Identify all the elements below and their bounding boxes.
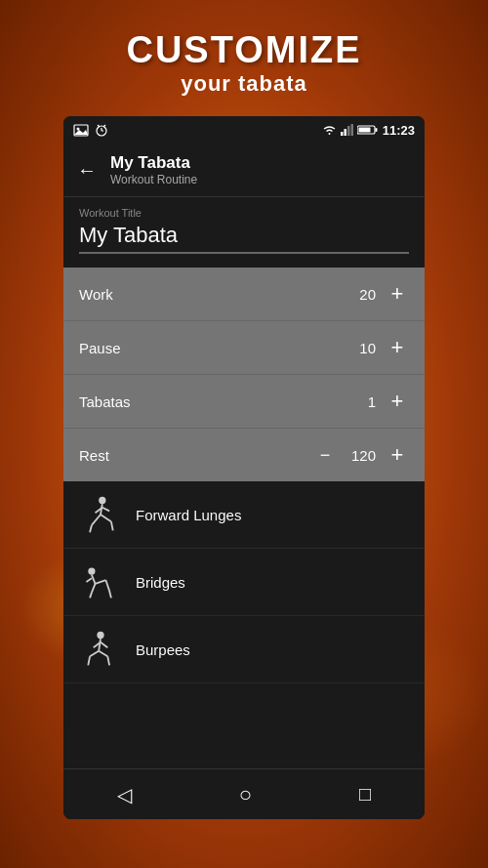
headline-section: CUSTOMIZE your tabata	[126, 0, 361, 116]
svg-line-22	[111, 521, 113, 530]
setting-controls-work: 20+	[346, 281, 409, 307]
app-bar-subtitle: Workout Routine	[110, 173, 197, 186]
svg-line-28	[90, 593, 92, 598]
alarm-icon	[95, 123, 108, 137]
svg-line-37	[88, 656, 90, 665]
setting-minus-rest[interactable]: −	[313, 445, 337, 466]
battery-icon	[357, 124, 379, 136]
svg-rect-10	[347, 126, 350, 136]
exercise-icon-lunge	[79, 493, 122, 536]
exercise-name: Bridges	[136, 574, 185, 591]
svg-line-20	[102, 508, 109, 512]
setting-label-pause: Pause	[79, 340, 121, 356]
svg-rect-8	[341, 132, 344, 136]
setting-controls-pause: 10+	[346, 335, 409, 360]
setting-label-tabatas: Tabatas	[79, 393, 131, 410]
svg-line-38	[107, 656, 109, 665]
nav-back-button[interactable]: ◁	[117, 783, 132, 806]
svg-rect-13	[375, 128, 377, 132]
settings-section: Work20+Pause10+Tabatas1+Rest−120+	[63, 268, 425, 481]
svg-line-21	[90, 525, 92, 532]
workout-title-section: Workout Title My Tabata	[63, 197, 425, 268]
status-time: 11:23	[383, 123, 415, 138]
setting-row-pause: Pause10+	[63, 321, 425, 375]
svg-line-26	[105, 580, 109, 591]
exercise-item[interactable]: Bridges	[63, 549, 425, 616]
setting-plus-work[interactable]: +	[386, 281, 409, 307]
svg-line-24	[92, 575, 96, 584]
exercise-item[interactable]: Forward Lunges	[63, 481, 425, 549]
svg-point-15	[99, 497, 105, 504]
svg-marker-2	[74, 130, 88, 135]
svg-line-18	[101, 515, 111, 521]
status-bar: 11:23	[63, 116, 425, 144]
exercise-name: Forward Lunges	[136, 507, 241, 523]
setting-value-work: 20	[346, 286, 376, 303]
setting-row-work: Work20+	[63, 268, 425, 321]
setting-plus-pause[interactable]: +	[386, 335, 409, 360]
svg-line-33	[90, 651, 99, 656]
setting-controls-tabatas: 1+	[346, 389, 409, 414]
setting-value-pause: 10	[346, 340, 376, 356]
setting-value-tabatas: 1	[346, 393, 376, 410]
headline-main: CUSTOMIZE	[126, 29, 361, 71]
image-icon	[73, 124, 89, 137]
status-icons-left	[73, 123, 108, 137]
svg-line-6	[98, 125, 100, 127]
svg-line-27	[92, 584, 96, 593]
nav-recent-button[interactable]: □	[359, 783, 371, 806]
svg-rect-14	[358, 128, 370, 133]
svg-point-23	[88, 567, 95, 574]
exercise-item[interactable]: Burpees	[63, 616, 425, 683]
setting-plus-tabatas[interactable]: +	[386, 389, 409, 414]
setting-value-rest: 120	[346, 447, 376, 464]
nav-home-button[interactable]: ○	[239, 782, 252, 807]
svg-line-17	[92, 515, 101, 525]
signal-icon	[341, 124, 353, 136]
wifi-icon	[322, 124, 337, 136]
app-bar-text: My Tabata Workout Routine	[110, 153, 197, 186]
setting-controls-rest: −120+	[313, 442, 409, 468]
svg-line-29	[109, 591, 111, 598]
workout-title-label: Workout Title	[79, 207, 409, 219]
headline-sub: your tabata	[126, 71, 361, 97]
exercise-icon-burpee	[79, 628, 122, 671]
svg-line-34	[99, 651, 107, 656]
workout-title-value[interactable]: My Tabata	[79, 223, 409, 254]
exercise-icon-bridge	[79, 560, 122, 603]
svg-line-32	[99, 639, 101, 651]
svg-line-30	[86, 578, 91, 582]
svg-line-25	[96, 580, 106, 584]
setting-row-tabatas: Tabatas1+	[63, 375, 425, 429]
bottom-nav: ◁ ○ □	[63, 768, 425, 819]
exercise-list: Forward Lunges Bridges Burpees	[63, 481, 425, 768]
app-bar: ← My Tabata Workout Routine	[63, 144, 425, 197]
exercise-name: Burpees	[136, 641, 190, 658]
back-button[interactable]: ←	[77, 159, 97, 182]
svg-line-36	[101, 642, 107, 647]
setting-plus-rest[interactable]: +	[386, 442, 409, 468]
svg-point-31	[97, 632, 103, 639]
svg-rect-11	[350, 124, 353, 136]
setting-label-work: Work	[79, 286, 113, 303]
svg-rect-9	[344, 129, 346, 136]
setting-row-rest: Rest−120+	[63, 429, 425, 481]
phone-frame: 11:23 ← My Tabata Workout Routine Workou…	[63, 116, 425, 819]
status-icons-right: 11:23	[322, 123, 415, 138]
setting-label-rest: Rest	[79, 447, 109, 464]
svg-line-7	[103, 125, 105, 127]
app-bar-title: My Tabata	[110, 153, 197, 173]
